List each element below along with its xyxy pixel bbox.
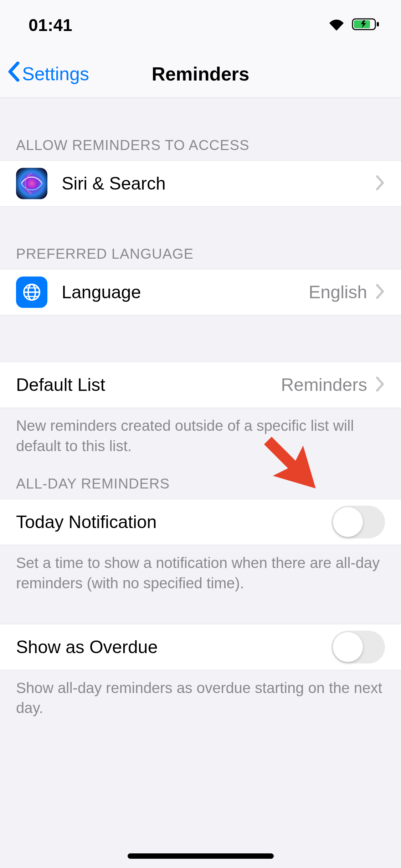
row-show-overdue: Show as Overdue bbox=[0, 624, 401, 670]
siri-icon bbox=[16, 168, 47, 199]
toggle-knob bbox=[333, 632, 363, 662]
chevron-right-icon bbox=[376, 175, 385, 192]
toggle-knob bbox=[333, 507, 363, 537]
status-bar: 01:41 bbox=[0, 0, 401, 50]
row-today-notification: Today Notification bbox=[0, 499, 401, 545]
chevron-right-icon bbox=[376, 284, 385, 301]
row-siri-search[interactable]: Siri & Search bbox=[0, 160, 401, 207]
navigation-bar: Settings Reminders bbox=[0, 50, 401, 98]
footer-default-list: New reminders created outside of a speci… bbox=[0, 408, 401, 456]
home-indicator[interactable] bbox=[128, 853, 274, 859]
row-language-value: English bbox=[309, 282, 367, 303]
row-default-list-value: Reminders bbox=[281, 374, 367, 395]
status-icons bbox=[328, 17, 380, 32]
back-label: Settings bbox=[22, 63, 89, 84]
show-overdue-toggle[interactable] bbox=[331, 631, 385, 663]
row-default-list[interactable]: Default List Reminders bbox=[0, 362, 401, 408]
section-header-access: ALLOW REMINDERS TO ACCESS bbox=[0, 137, 401, 160]
status-time: 01:41 bbox=[29, 15, 72, 35]
row-language[interactable]: Language English bbox=[0, 269, 401, 315]
svg-rect-1 bbox=[377, 22, 379, 26]
row-show-overdue-label: Show as Overdue bbox=[16, 637, 331, 657]
page-title: Reminders bbox=[152, 63, 250, 85]
wifi-icon bbox=[328, 17, 345, 32]
footer-today-notification: Set a time to show a notification when t… bbox=[0, 545, 401, 593]
section-header-language: PREFERRED LANGUAGE bbox=[0, 246, 401, 269]
row-siri-label: Siri & Search bbox=[62, 173, 376, 194]
back-button[interactable]: Settings bbox=[7, 62, 89, 86]
today-notification-toggle[interactable] bbox=[331, 506, 385, 538]
globe-icon bbox=[16, 277, 47, 308]
chevron-right-icon bbox=[376, 376, 385, 393]
battery-charging-icon bbox=[352, 17, 380, 32]
row-default-list-label: Default List bbox=[16, 374, 281, 395]
row-language-label: Language bbox=[62, 282, 309, 303]
footer-show-overdue: Show all-day reminders as overdue starti… bbox=[0, 670, 401, 718]
row-today-notification-label: Today Notification bbox=[16, 512, 331, 532]
chevron-left-icon bbox=[7, 62, 20, 86]
section-header-allday: ALL-DAY REMINDERS bbox=[0, 476, 401, 499]
